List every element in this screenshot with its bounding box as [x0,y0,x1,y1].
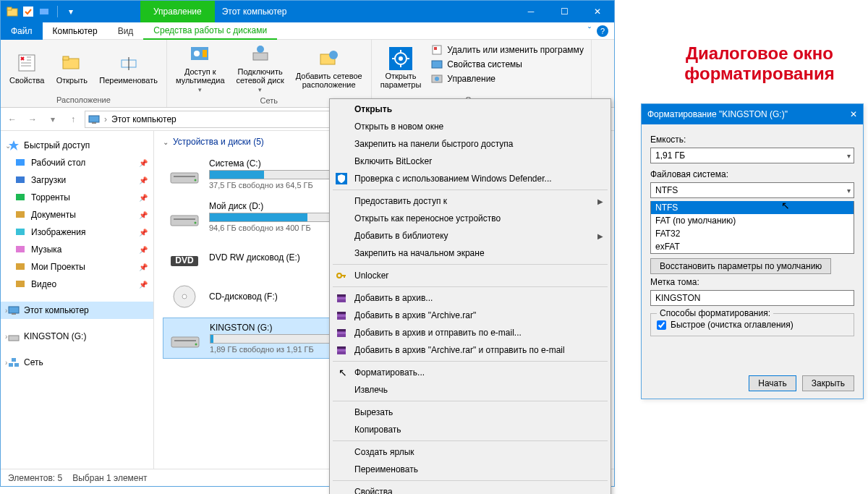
system-properties-link[interactable]: Свойства системы [431,59,584,70]
svg-rect-32 [16,176,25,183]
format-dialog-title: Форматирование "KINGSTON (G:)"✕ [642,104,863,124]
svg-rect-43 [14,363,19,367]
uninstall-programs-link[interactable]: Удалить или изменить программу [431,44,584,56]
properties-button[interactable]: Свойства [5,41,48,94]
svg-point-57 [195,343,197,345]
context-menu-item[interactable]: Добавить в архив... [331,289,609,307]
rename-button[interactable]: Переименовать [95,41,162,94]
capacity-select[interactable]: 1,91 ГБ▾ [650,148,854,163]
manage-contextual-tab[interactable]: Управление [140,1,215,22]
sidebar-this-pc[interactable]: ›Этот компьютер [1,302,153,319]
maximize-button[interactable]: ☐ [548,1,581,22]
context-menu-item[interactable]: Переименовать [331,461,609,478]
context-menu-item[interactable]: Извлечь [331,381,609,399]
filesystem-select[interactable]: NTFS▾ [650,182,854,198]
pin-icon: 📌 [139,263,148,271]
overflow-icon[interactable] [38,6,50,17]
filesystem-option[interactable]: NTFS [651,201,854,214]
folder-icon [15,157,27,169]
svg-point-54 [182,294,187,299]
pin-icon: 📌 [139,281,148,289]
context-menu-item[interactable]: Открыть в новом окне [331,118,609,135]
context-menu-item[interactable]: Добавить в архив и отправить по e-mail..… [331,324,609,341]
context-menu-item[interactable]: Вырезать [331,404,609,421]
media-access-button[interactable]: Доступ к мультимедиа▾ [171,41,229,95]
sidebar-item[interactable]: Мои Проекты📌 [1,258,153,276]
status-selection: Выбран 1 элемент [72,473,147,483]
context-menu-item[interactable]: Открыть как переносное устройство [331,210,609,227]
context-menu-item[interactable]: Включить BitLocker [331,153,609,170]
collapse-ribbon-icon[interactable]: ˇ [588,26,591,36]
context-menu-item[interactable]: Копировать [331,421,609,438]
sidebar-item[interactable]: Музыка📌 [1,241,153,258]
sidebar-kingston[interactable]: ›KINGSTON (G:) [1,328,153,345]
open-button[interactable]: Открыть [51,41,92,94]
svg-rect-66 [337,312,346,314]
tab-drive-tools[interactable]: Средства работы с дисками [143,22,277,40]
svg-rect-49 [174,218,195,220]
start-button[interactable]: Начать [749,375,796,391]
folder-icon [15,209,27,221]
sidebar-item[interactable]: Загрузки📌 [1,171,153,189]
volume-label-input[interactable]: KINGSTON [650,290,854,306]
recent-button[interactable]: ▾ [44,111,61,128]
context-menu-item[interactable]: Проверка с использованием Windows Defend… [331,170,609,187]
context-menu-item[interactable]: Unlocker [331,267,609,284]
filesystem-option[interactable]: FAT32 [651,227,854,240]
restore-defaults-button[interactable]: Восстановить параметры по умолчанию [650,258,831,274]
tab-file[interactable]: Файл [1,22,43,40]
help-icon[interactable]: ? [597,25,608,37]
shield-icon [336,173,347,184]
forward-button[interactable]: → [24,111,41,128]
filesystem-option[interactable]: exFAT [651,240,854,253]
svg-rect-70 [337,332,346,334]
context-menu-item[interactable]: Добавить в архив "Archive.rar" [331,307,609,324]
filesystem-option[interactable]: FAT (по умолчанию) [651,214,854,227]
manage-link[interactable]: Управление [431,73,584,85]
close-button[interactable]: ✕ [581,1,614,22]
sidebar-quick-access[interactable]: ⌄Быстрый доступ [1,137,153,154]
svg-point-50 [195,221,197,223]
context-menu-item[interactable]: Форматировать...↖ [331,364,609,381]
svg-rect-36 [16,246,25,252]
open-settings-button[interactable]: Открыть параметры [376,41,426,94]
sidebar-network[interactable]: ›Сеть [1,354,153,371]
folder-icon [7,6,18,17]
folder-icon [15,278,27,290]
context-menu-item[interactable]: Закрепить на начальном экране [331,244,609,262]
sidebar-item[interactable]: Видео📌 [1,276,153,293]
drive-icon [168,325,203,352]
map-network-drive-button[interactable]: Подключить сетевой диск▾ [232,41,289,95]
context-menu-item[interactable]: Открыть [331,101,609,118]
close-dialog-button[interactable]: Закрыть [802,375,854,391]
minimize-button[interactable]: ─ [514,1,548,22]
svg-rect-31 [16,159,25,166]
tab-view[interactable]: Вид [108,22,144,40]
sidebar-item[interactable]: Изображения📌 [1,223,153,241]
folder-icon [15,192,27,203]
sidebar-item[interactable]: Документы📌 [1,206,153,223]
context-menu-item[interactable]: Свойства [331,483,609,494]
context-menu-item[interactable]: Создать ярлык [331,443,609,461]
checkbox-icon[interactable] [22,6,34,17]
add-network-location-button[interactable]: Добавить сетевое расположение [292,41,367,95]
context-menu-item[interactable]: Добавить в архив "Archive.rar" и отправи… [331,341,609,359]
pc-icon [88,114,100,125]
up-button[interactable]: ↑ [64,111,82,128]
context-menu-item[interactable]: Добавить в библиотеку▶ [331,227,609,244]
svg-point-27 [435,77,439,81]
svg-point-18 [399,56,403,61]
context-menu-item[interactable]: Закрепить на панели быстрого доступа [331,135,609,153]
svg-rect-64 [337,297,346,299]
quick-format-checkbox[interactable]: Быстрое (очистка оглавления) [657,320,848,330]
sidebar-item[interactable]: Рабочий стол📌 [1,154,153,171]
context-menu-item[interactable]: Предоставить доступ к▶ [331,192,609,210]
rar-icon [336,292,347,304]
tab-computer[interactable]: Компьютер [43,22,108,40]
pin-icon: 📌 [139,229,148,237]
svg-rect-63 [337,294,346,297]
sidebar-item[interactable]: Торренты📌 [1,189,153,206]
back-button[interactable]: ← [4,111,21,128]
dialog-close-button[interactable]: ✕ [850,109,857,119]
dropdown-icon[interactable]: ▾ [65,6,77,17]
